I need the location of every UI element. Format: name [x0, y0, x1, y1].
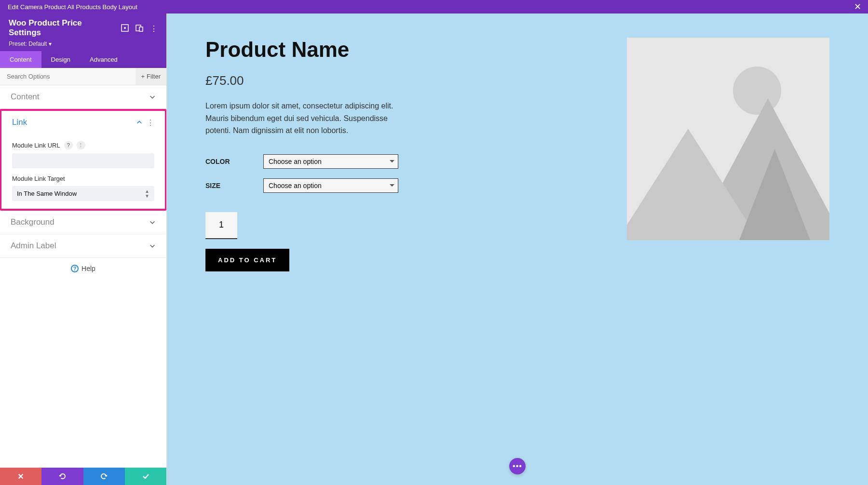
module-link-target-select[interactable]: In The Same Window [12, 186, 154, 201]
product-description: Lorem ipsum dolor sit amet, consectetur … [205, 100, 408, 137]
responsive-icon[interactable] [136, 24, 143, 32]
help-badge-icon[interactable]: ? [64, 141, 73, 149]
placeholder-sun-icon [733, 67, 781, 115]
settings-title: Woo Product Price Settings [9, 18, 115, 38]
chevron-up-icon [136, 119, 143, 126]
link-section-highlight: Link ⋮ Module Link URL ? ⋮ Module Link T… [0, 109, 166, 211]
settings-header: Woo Product Price Settings ⋮ Preset: Def… [0, 13, 166, 51]
quantity-input[interactable] [205, 212, 237, 239]
section-background[interactable]: Background [0, 211, 166, 234]
svg-rect-3 [139, 27, 143, 31]
product-name: Product Name [205, 38, 598, 62]
module-link-target-label: Module Link Target [12, 175, 65, 182]
color-label: COLOR [205, 158, 263, 165]
help-icon: ? [71, 265, 79, 272]
filter-button[interactable]: +Filter [136, 68, 166, 85]
tab-content[interactable]: Content [0, 51, 41, 68]
add-to-cart-button[interactable]: ADD TO CART [205, 249, 289, 271]
undo-button[interactable] [41, 468, 83, 485]
tab-design[interactable]: Design [41, 51, 80, 68]
chevron-down-icon [149, 242, 156, 249]
preset-selector[interactable]: Preset: Default ▾ [9, 40, 158, 47]
save-button[interactable] [125, 468, 166, 485]
cancel-button[interactable] [0, 468, 41, 485]
chevron-down-icon [149, 94, 156, 100]
help-link[interactable]: ? Help [0, 258, 166, 279]
module-link-url-label: Module Link URL [12, 142, 60, 149]
hover-icon[interactable] [121, 24, 129, 32]
module-link-url-input[interactable] [12, 153, 154, 168]
svg-point-1 [124, 27, 126, 29]
kebab-icon[interactable]: ⋮ [150, 24, 158, 32]
tab-advanced[interactable]: Advanced [80, 51, 127, 68]
color-select[interactable]: Choose an option [263, 154, 398, 169]
redo-button[interactable] [83, 468, 125, 485]
section-content[interactable]: Content [0, 85, 166, 109]
search-input[interactable] [0, 68, 136, 85]
title-bar-text: Edit Camera Product All Products Body La… [5, 3, 137, 11]
size-label: SIZE [205, 182, 263, 189]
settings-sidebar: Woo Product Price Settings ⋮ Preset: Def… [0, 13, 167, 485]
preview-canvas: Product Name £75.00 Lorem ipsum dolor si… [167, 13, 868, 485]
option-kebab-icon[interactable]: ⋮ [77, 141, 85, 149]
size-select[interactable]: Choose an option [263, 178, 398, 193]
tabs: Content Design Advanced [0, 51, 166, 68]
fab-more-button[interactable]: ••• [509, 458, 526, 474]
product-image-placeholder [627, 38, 829, 240]
plus-icon: + [141, 73, 145, 80]
chevron-down-icon [149, 219, 156, 226]
link-kebab-icon[interactable]: ⋮ [147, 118, 154, 127]
section-admin-label[interactable]: Admin Label [0, 234, 166, 258]
title-bar: Edit Camera Product All Products Body La… [0, 0, 868, 13]
product-price: £75.00 [205, 73, 598, 88]
section-link[interactable]: Link ⋮ [1, 111, 165, 134]
close-icon[interactable]: ✕ [851, 1, 863, 12]
